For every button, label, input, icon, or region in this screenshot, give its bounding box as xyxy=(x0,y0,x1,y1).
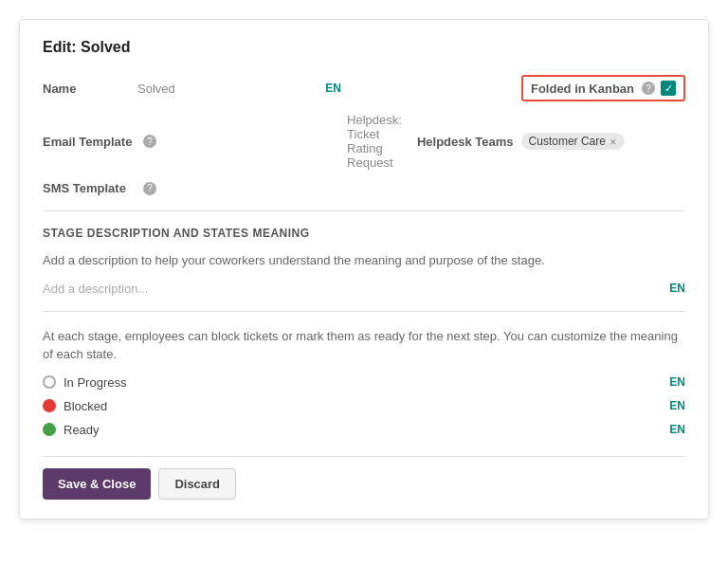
state-label-in-progress: In Progress xyxy=(64,375,654,390)
stage-section: STAGE DESCRIPTION AND STATES MEANING Add… xyxy=(43,227,685,437)
states-description: At each stage, employees can block ticke… xyxy=(43,327,685,364)
description-lang-badge[interactable]: EN xyxy=(669,282,685,295)
states-section: In Progress EN Blocked EN Ready EN xyxy=(43,375,685,437)
state-dot-green xyxy=(43,423,56,436)
customer-care-remove-icon[interactable]: × xyxy=(610,136,617,148)
divider-2 xyxy=(43,311,685,312)
state-row-blocked: Blocked EN xyxy=(43,399,685,413)
helpdesk-teams-label: Helpdesk Teams xyxy=(417,135,514,149)
state-label-ready: Ready xyxy=(64,423,654,437)
save-close-button[interactable]: Save & Close xyxy=(43,468,151,500)
divider-1 xyxy=(43,210,685,211)
modal-title: Edit: Solved xyxy=(43,39,685,56)
state-lang-in-progress[interactable]: EN xyxy=(669,375,685,389)
email-template-value: Helpdesk: Ticket Rating Request xyxy=(347,113,402,170)
discard-button[interactable]: Discard xyxy=(158,468,236,500)
name-value: Solved xyxy=(137,82,318,96)
folded-kanban-box: Folded in Kanban ? ✓ xyxy=(521,75,685,101)
customer-care-tag: Customer Care × xyxy=(521,133,625,150)
customer-care-tag-label: Customer Care xyxy=(529,135,606,148)
sms-template-label: SMS Template xyxy=(43,181,137,195)
footer-buttons: Save & Close Discard xyxy=(43,456,685,500)
folded-kanban-checkbox[interactable]: ✓ xyxy=(661,81,676,96)
state-lang-blocked[interactable]: EN xyxy=(669,399,685,412)
email-template-help-icon[interactable]: ? xyxy=(143,135,156,148)
folded-kanban-help-icon[interactable]: ? xyxy=(642,82,655,95)
stage-section-title: STAGE DESCRIPTION AND STATES MEANING xyxy=(43,227,685,240)
state-dot-red xyxy=(43,399,56,412)
name-label: Name xyxy=(43,82,137,96)
state-dot-gray xyxy=(43,375,56,389)
folded-kanban-label: Folded in Kanban xyxy=(531,82,634,96)
sms-template-help-icon[interactable]: ? xyxy=(143,182,156,195)
email-template-label: Email Template xyxy=(43,135,137,149)
state-row-in-progress: In Progress EN xyxy=(43,375,685,390)
state-label-blocked: Blocked xyxy=(64,399,654,413)
stage-section-description: Add a description to help your coworkers… xyxy=(43,251,685,270)
state-lang-ready[interactable]: EN xyxy=(669,423,685,436)
state-row-ready: Ready EN xyxy=(43,423,685,437)
add-description-placeholder[interactable]: Add a description... xyxy=(43,282,654,296)
name-lang-badge[interactable]: EN xyxy=(325,82,341,95)
